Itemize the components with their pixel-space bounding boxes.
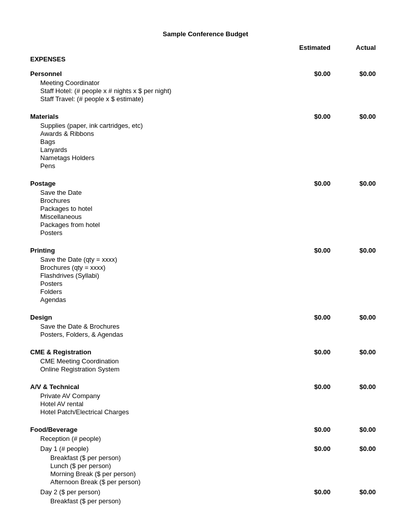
- list-item: Lanyards: [30, 146, 381, 154]
- list-item: Supplies (paper, ink cartridges, etc): [30, 122, 381, 129]
- list-item: Brochures: [30, 197, 381, 204]
- section-design: Design$0.00$0.00Save the Date & Brochure…: [30, 312, 381, 338]
- item-label: Folders: [30, 288, 381, 295]
- item-label: Agendas: [30, 296, 381, 303]
- section-materials-actual: $0.00: [336, 113, 381, 120]
- item-label: Breakfast ($ per person): [30, 497, 381, 505]
- list-item: Staff Hotel: (# people x # nights x $ pe…: [30, 87, 381, 95]
- section-av: A/V & Technical$0.00$0.00Private AV Comp…: [30, 381, 381, 416]
- list-item: Morning Break ($ per person): [30, 470, 381, 478]
- section-food-estimated: $0.00: [290, 426, 336, 433]
- section-materials: Materials$0.00$0.00Supplies (paper, ink …: [30, 111, 381, 170]
- section-av-label: A/V & Technical: [30, 383, 290, 391]
- section-printing-estimated: $0.00: [290, 247, 336, 254]
- list-item: Staff Travel: (# people x $ estimate): [30, 95, 381, 103]
- list-item: Awards & Ribbons: [30, 130, 381, 137]
- section-food-header: Food/Beverage$0.00$0.00: [30, 424, 381, 434]
- section-personnel-label: Personnel: [30, 70, 290, 78]
- item-label: Save the Date (qty = xxxx): [30, 256, 381, 263]
- item-label: Hotel AV rental: [30, 400, 381, 408]
- sub-section-label: Day 2 ($ per person): [30, 488, 290, 496]
- item-label: Miscellaneous: [30, 213, 381, 220]
- list-item: Pens: [30, 162, 381, 170]
- sub-section-actual: $0.00: [336, 445, 381, 452]
- list-item: Online Registration System: [30, 365, 381, 373]
- item-label: Brochures (qty = xxxx): [30, 264, 381, 271]
- section-cme-estimated: $0.00: [290, 348, 336, 356]
- list-item: Folders: [30, 288, 381, 295]
- item-label: Reception (# people): [30, 435, 381, 442]
- section-design-label: Design: [30, 314, 290, 321]
- item-label: Packages to hotel: [30, 205, 381, 212]
- section-cme: CME & Registration$0.00$0.00CME Meeting …: [30, 346, 381, 373]
- section-personnel: Personnel$0.00$0.00Meeting CoordinatorSt…: [30, 68, 381, 103]
- section-postage-estimated: $0.00: [290, 180, 336, 187]
- actual-header: Actual: [331, 44, 376, 51]
- item-label: Posters: [30, 280, 381, 287]
- item-label: Nametags Holders: [30, 154, 381, 162]
- section-cme-header: CME & Registration$0.00$0.00: [30, 346, 381, 357]
- column-headers: Estimated Actual: [30, 44, 381, 51]
- item-label: Flashdrives (Syllabi): [30, 272, 381, 279]
- section-av-estimated: $0.00: [290, 383, 336, 391]
- section-design-estimated: $0.00: [290, 314, 336, 321]
- list-item: Brochures (qty = xxxx): [30, 264, 381, 271]
- item-label: Hotel Patch/Electrical Charges: [30, 408, 381, 416]
- section-cme-label: CME & Registration: [30, 348, 290, 356]
- section-av-actual: $0.00: [336, 383, 381, 391]
- item-label: Supplies (paper, ink cartridges, etc): [30, 122, 381, 129]
- section-postage-label: Postage: [30, 180, 290, 187]
- sub-section-actual: $0.00: [336, 488, 381, 496]
- item-label: Awards & Ribbons: [30, 130, 381, 137]
- item-label: Posters, Folders, & Agendas: [30, 331, 381, 338]
- item-label: CME Meeting Coordination: [30, 357, 381, 365]
- item-label: Staff Hotel: (# people x # nights x $ pe…: [30, 87, 381, 95]
- list-item: Save the Date & Brochures: [30, 323, 381, 330]
- section-av-header: A/V & Technical$0.00$0.00: [30, 381, 381, 392]
- list-item: CME Meeting Coordination: [30, 357, 381, 365]
- section-materials-header: Materials$0.00$0.00: [30, 111, 381, 121]
- sub-section-estimated: $0.00: [290, 488, 336, 496]
- section-materials-label: Materials: [30, 113, 290, 120]
- list-item: Lunch ($ per person): [30, 462, 381, 470]
- section-printing-header: Printing$0.00$0.00: [30, 245, 381, 255]
- item-label: Breakfast ($ per person): [30, 454, 381, 462]
- expenses-label: EXPENSES: [30, 55, 381, 63]
- section-materials-estimated: $0.00: [290, 113, 336, 120]
- section-postage: Postage$0.00$0.00Save the DateBrochuresP…: [30, 178, 381, 237]
- item-label: Brochures: [30, 197, 381, 204]
- list-item: Posters: [30, 229, 381, 237]
- list-item: Nametags Holders: [30, 154, 381, 162]
- item-label: Pens: [30, 162, 381, 170]
- list-item: Agendas: [30, 296, 381, 303]
- list-item: Save the Date: [30, 189, 381, 196]
- sub-section-estimated: $0.00: [290, 445, 336, 452]
- section-printing-label: Printing: [30, 247, 290, 254]
- item-label: Bags: [30, 138, 381, 145]
- section-design-header: Design$0.00$0.00: [30, 312, 381, 322]
- item-label: Lunch ($ per person): [30, 462, 381, 470]
- section-postage-header: Postage$0.00$0.00: [30, 178, 381, 188]
- section-personnel-actual: $0.00: [336, 70, 381, 78]
- item-label: Online Registration System: [30, 365, 381, 373]
- section-food-actual: $0.00: [336, 426, 381, 433]
- sub-section-header: Day 1 (# people)$0.00$0.00: [30, 443, 381, 453]
- list-item: Packages from hotel: [30, 221, 381, 229]
- list-item: Afternoon Break ($ per person): [30, 478, 381, 486]
- section-food-label: Food/Beverage: [30, 426, 290, 433]
- item-label: Afternoon Break ($ per person): [30, 478, 381, 486]
- section-printing: Printing$0.00$0.00Save the Date (qty = x…: [30, 245, 381, 303]
- list-item: Posters, Folders, & Agendas: [30, 331, 381, 338]
- item-label: Meeting Coordinator: [30, 79, 381, 87]
- item-label: Save the Date & Brochures: [30, 323, 381, 330]
- budget-sections: Personnel$0.00$0.00Meeting CoordinatorSt…: [30, 68, 381, 505]
- section-personnel-header: Personnel$0.00$0.00: [30, 68, 381, 79]
- list-item: Hotel AV rental: [30, 400, 381, 408]
- item-label: Save the Date: [30, 189, 381, 196]
- estimated-header: Estimated: [285, 44, 331, 51]
- section-cme-actual: $0.00: [336, 348, 381, 356]
- page-title: Sample Conference Budget: [30, 30, 381, 38]
- list-item: Breakfast ($ per person): [30, 454, 381, 462]
- section-food: Food/Beverage$0.00$0.00Reception (# peop…: [30, 424, 381, 505]
- list-item: Breakfast ($ per person): [30, 497, 381, 505]
